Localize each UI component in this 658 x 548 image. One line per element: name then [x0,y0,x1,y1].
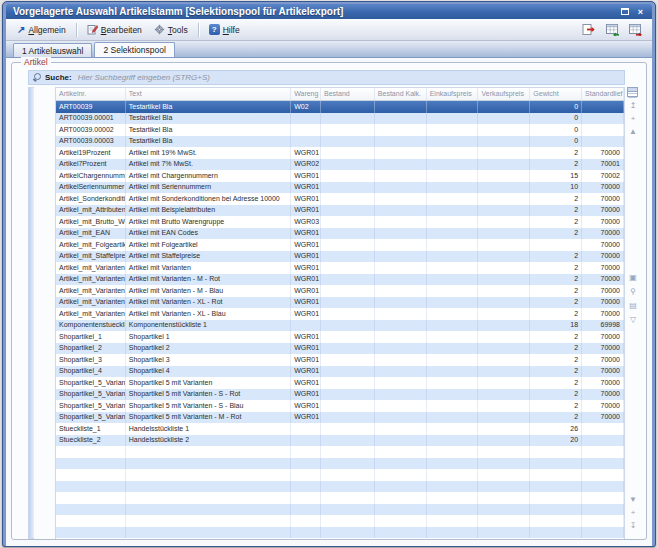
title-bar[interactable]: Vorgelagerte Auswahl Artikelstamm [Selek… [6,4,652,19]
cell-bestand [321,458,375,470]
table-row[interactable]: Artikel_mit_Varianten.005Artikel mit Var… [56,297,624,309]
table-row[interactable]: ART00039.00003Testartikel Bla0 [56,136,624,148]
info-card-icon[interactable]: ▣ [625,273,641,283]
cell-text [126,527,291,539]
cell-gewicht: 0 [530,136,582,148]
cell-einkaufspreis [427,262,479,274]
table-row[interactable]: Artikel7ProzentArtikel mit 7% MwSt.WGR02… [56,159,624,171]
insert-row-icon[interactable]: + [625,114,641,124]
table-row[interactable]: Shopartikel_5_VariantenShopartikel 5 mit… [56,377,624,389]
table-row[interactable]: Shopartikel_4Shopartikel 4WGR01270000 [56,366,624,378]
cell-verkaufspreis [478,170,530,182]
cell-bestand-kalk- [375,504,427,516]
pool-add-button[interactable] [603,21,622,38]
cell-bestand-kalk- [375,239,427,251]
exit-button[interactable] [580,21,599,38]
column-header-artikelnr-[interactable]: Artikelnr. [56,88,126,100]
cell-bestand-kalk- [375,320,427,332]
scroll-up-icon[interactable]: ▲ [625,127,641,137]
menu-item-tools[interactable]: Tools [148,21,194,38]
table-row[interactable]: Shopartikel_3Shopartikel 3WGR01270000 [56,354,624,366]
column-header-text[interactable]: Text [126,88,291,100]
cell-wareng: WGR01 [291,354,321,366]
table-row[interactable]: Stueckliste_1Handelsstückliste 126 [56,423,624,435]
list-view-icon[interactable]: ▤ [625,301,641,311]
table-row[interactable]: Artikel_mit_Varianten.006Artikel mit Var… [56,308,624,320]
menu-item-hilfe[interactable]: ?Hilfe [203,21,246,38]
cell-standardlief: 70002 [582,170,624,182]
cell-einkaufspreis [427,274,479,286]
table-row[interactable]: Artikel_mit_Varianten.003Artikel mit Var… [56,274,624,286]
cell-einkaufspreis [427,285,479,297]
search-lens-icon[interactable]: ⚲ [625,287,641,297]
table-row[interactable]: Artikel_mit_Varianten.004Artikel mit Var… [56,285,624,297]
table-row[interactable]: Shopartikel_5_Varianten.3Shopartikel 5 m… [56,412,624,424]
column-header-bestand[interactable]: Bestand [321,88,375,100]
cell-einkaufspreis [427,251,479,263]
cell-gewicht [530,458,582,470]
table-row[interactable]: Artikel19ProzentArtikel mit 19% MwSt.WGR… [56,147,624,159]
column-header-einkaufspreis[interactable]: Einkaufspreis [427,88,479,100]
column-chooser-icon[interactable] [627,87,638,97]
table-row[interactable]: Shopartikel_5_Varianten.1Shopartikel 5 m… [56,389,624,401]
table-row[interactable]: Artikel_mit_EANArtikel mit EAN CodesWGR0… [56,228,624,240]
column-header-wareng[interactable]: Wareng [291,88,321,100]
table-row[interactable]: ArtikelChargennummerArtikel mit Chargenn… [56,170,624,182]
column-header-standardlief[interactable]: Standardlief [582,88,624,100]
filter-icon[interactable]: ▽ [625,315,641,325]
table-row[interactable]: ART00039.00001Testartikel Bla0 [56,113,624,125]
search-bar[interactable]: Suche: [28,70,625,85]
cell-text: Artikel mit Folgeartikel [126,239,291,251]
column-header-bestand-kalk-[interactable]: Bestand Kalk. [375,88,427,100]
table-header-row: Artikelnr.TextWarengBestandBestand Kalk.… [56,88,624,101]
cell-artikelnr-: Shopartikel_5_Varianten.2 [56,400,126,412]
table-row[interactable]: Artikel_mit_Brutto_WGRArtikel mit Brutto… [56,216,624,228]
cell-gewicht: 2 [530,389,582,401]
cell-verkaufspreis [478,331,530,343]
cell-artikelnr-: Artikel_mit_Brutto_WGR [56,216,126,228]
table-row[interactable]: Shopartikel_5_Varianten.2Shopartikel 5 m… [56,400,624,412]
table-row[interactable]: Shopartikel_2Shopartikel 2WGR01270000 [56,343,624,355]
cell-einkaufspreis [427,101,479,113]
table-row[interactable]: ART00039.00002Testartikel Bla0 [56,124,624,136]
help-icon: ? [209,24,220,35]
scroll-bottom-icon[interactable]: ↧ [625,521,641,531]
table-row[interactable]: ART00039Testartikel BlaW020 [56,101,624,113]
tab-selektionspool[interactable]: 2 Selektionspool [94,42,174,57]
scroll-top-icon[interactable]: ↥ [625,101,641,111]
table-row[interactable]: Komponentenstueckliste_1Komponentenstück… [56,320,624,332]
cell-gewicht: 2 [530,400,582,412]
table-row[interactable]: Artikel_mit_VariantenArtikel mit Variant… [56,262,624,274]
cell-verkaufspreis [478,435,530,447]
cell-gewicht: 18 [530,320,582,332]
pool-remove-button[interactable] [626,21,645,38]
table-row[interactable]: Shopartikel_1Shopartikel 1WGR01270000 [56,331,624,343]
table-row[interactable]: Stueckliste_2Handelsstückliste 220 [56,435,624,447]
menu-item-allgemein[interactable]: ↗Allgemein [11,22,72,38]
scroll-down-icon[interactable]: ▼ [625,495,641,505]
table-row[interactable]: Artikel_mit_FolgeartikelArtikel mit Folg… [56,239,624,251]
cell-wareng: WGR01 [291,205,321,217]
arrow-up-right-icon: ↗ [17,26,25,34]
cell-bestand-kalk- [375,446,427,458]
cell-gewicht: 2 [530,366,582,378]
table-row[interactable]: ArtikelSeriennummerArtikel mit Seriennum… [56,182,624,194]
close-icon[interactable]: × [634,6,647,17]
table-row[interactable]: Artikel_SonderkonditionenArtikel mit Son… [56,193,624,205]
search-input[interactable] [76,72,620,83]
table-row[interactable]: Artikel_mit_StaffelpreiseArtikel mit Sta… [56,251,624,263]
cell-gewicht: 2 [530,297,582,309]
cell-artikelnr-: Artikel_mit_Varianten [56,262,126,274]
restore-icon[interactable] [618,6,631,17]
column-header-verkaufspreis[interactable]: Verkaufspreis [478,88,530,100]
menu-item-bearbeiten[interactable]: Bearbeiten [81,21,148,38]
menu-item-label: Allgemein [28,25,65,35]
tab-artikelauswahl[interactable]: 1 Artikelauswahl [13,43,92,57]
cell-standardlief: 70000 [582,216,624,228]
column-header-gewicht[interactable]: Gewicht [530,88,582,100]
toolbar-separator [76,23,77,37]
insert-row2-icon[interactable]: + [625,508,641,518]
cell-text: Artikel mit Beispielattributen [126,205,291,217]
cell-text: Shopartikel 5 mit Varianten - S - Blau [126,400,291,412]
table-row[interactable]: Artikel_mit_AttributenArtikel mit Beispi… [56,205,624,217]
